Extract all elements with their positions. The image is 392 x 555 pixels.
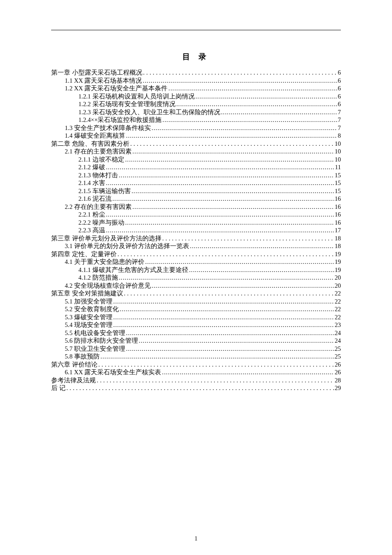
- toc-entry-label: 2.1.5 车辆运输伤害: [78, 188, 131, 194]
- toc-entry: 4.1.2 防范措施..............................…: [51, 275, 341, 281]
- toc-leader-dots: ........................................…: [132, 188, 334, 194]
- header-rule: [51, 30, 341, 30]
- toc-leader-dots: ........................................…: [133, 148, 334, 155]
- toc-entry: 5.1 加强安全管理..............................…: [51, 298, 341, 305]
- toc-entry-page: 7: [338, 109, 341, 116]
- toc-entry-label: 5.2 安全教育制度化: [65, 306, 119, 312]
- toc-leader-dots: ........................................…: [124, 290, 334, 297]
- toc-leader-dots: ........................................…: [133, 204, 334, 210]
- toc-entry: 参考法律及法规.................................…: [51, 377, 341, 384]
- toc-entry-page: 22: [335, 314, 341, 321]
- toc-entry: 第五章 安全对策措施建议............................…: [51, 290, 341, 297]
- toc-leader-dots: ........................................…: [113, 314, 334, 321]
- page-number: 1: [0, 535, 392, 542]
- toc-leader-dots: ........................................…: [106, 227, 334, 234]
- toc-entry-page: 7: [338, 117, 341, 123]
- toc-leader-dots: ........................................…: [176, 101, 337, 107]
- toc-leader-dots: ........................................…: [143, 78, 337, 84]
- toc-entry-page: 28: [335, 377, 341, 384]
- toc-leader-dots: ........................................…: [126, 330, 334, 336]
- toc-entry-label: 4.1.2 防范措施: [78, 275, 118, 281]
- toc-entry-page: 15: [335, 172, 341, 179]
- toc-entry: 5.2 安全教育制度化.............................…: [51, 306, 341, 312]
- toc-leader-dots: ........................................…: [118, 251, 334, 257]
- toc-entry: 1.2 XX 露天采石场安全生产基本条件....................…: [51, 85, 341, 92]
- toc-leader-dots: ........................................…: [119, 172, 334, 179]
- toc-entry: 5.4 现场安全管理..............................…: [51, 322, 341, 328]
- toc-entry-page: 6: [338, 101, 341, 107]
- toc-leader-dots: ........................................…: [162, 117, 337, 123]
- toc-entry-label: 5.7 职业卫生安全管理: [65, 346, 125, 352]
- toc-entry-page: 15: [335, 188, 341, 194]
- toc-entry-label: 第六章 评价结论: [51, 361, 98, 368]
- toc-entry-page: 19: [335, 259, 341, 265]
- toc-leader-dots: ........................................…: [101, 353, 334, 360]
- toc-entry: 1.1 XX 露天采石场基本情况........................…: [51, 78, 341, 84]
- toc-leader-dots: ........................................…: [125, 220, 334, 226]
- toc-entry: 1.2.3 采石场安全投入、职业卫生和工伤保险的情况..............…: [51, 109, 341, 116]
- toc-leader-dots: ........................................…: [145, 259, 334, 265]
- toc-leader-dots: ........................................…: [221, 109, 337, 116]
- toc-entry-label: 第五章 安全对策措施建议: [51, 290, 123, 297]
- toc-entry: 后 记.....................................…: [51, 385, 341, 391]
- toc-entry-label: 1.2.4××采石场监控和救援措施: [78, 117, 161, 123]
- toc-entry: 4.1 关于重大安全隐患的评价.........................…: [51, 259, 341, 265]
- toc-entry-label: 2.1.3 物体打击: [78, 172, 118, 179]
- toc-leader-dots: ........................................…: [196, 93, 337, 100]
- toc-leader-dots: ........................................…: [130, 141, 334, 147]
- toc-entry-page: 6: [338, 78, 341, 84]
- toc-entry: 3.1 评价单元的划分及评价方法的选择一览表..................…: [51, 243, 341, 249]
- toc-entry-page: 15: [335, 180, 341, 186]
- toc-entry-page: 10: [335, 148, 341, 155]
- toc-entry-label: 2.1.6 泥石流: [78, 196, 112, 202]
- toc-entry: 2.1.3 物体打击..............................…: [51, 172, 341, 179]
- toc-entry-page: 20: [335, 283, 341, 289]
- toc-entry: 第四章 定性、定量评价.............................…: [51, 251, 341, 257]
- toc-entry: 2.2 存在的主要有害因素...........................…: [51, 204, 341, 210]
- toc-entry-label: 1.3 安全生产技术保障条件核实: [65, 125, 151, 131]
- toc-entry-label: 1.1 XX 露天采石场基本情况: [65, 78, 142, 84]
- toc-entry: 5.3 爆破安全管理..............................…: [51, 314, 341, 321]
- toc-entry: 1.3 安全生产技术保障条件核实........................…: [51, 125, 341, 131]
- toc-entry: 第三章 评价单元划分及评价方法的选择......................…: [51, 235, 341, 242]
- toc-entry: 第六章 评价结论................................…: [51, 361, 341, 368]
- toc-entry-page: 16: [335, 204, 341, 210]
- toc-leader-dots: ........................................…: [113, 298, 334, 305]
- toc-entry: 2.2.1 粉尘................................…: [51, 211, 341, 218]
- toc-entry-page: 19: [335, 251, 341, 257]
- toc-entry: 4.2 安全现场核查综合评价意见........................…: [51, 283, 341, 289]
- toc-entry-label: 2.1 存在的主要危害因素: [65, 148, 132, 155]
- toc-entry-page: 25: [335, 353, 341, 360]
- toc-entry-label: 后 记: [51, 385, 66, 391]
- toc-entry-label: 6.1 XX 露天采石场安全生产核实表: [65, 369, 161, 376]
- toc-entry-page: 22: [335, 290, 341, 297]
- toc-leader-dots: ........................................…: [162, 235, 334, 242]
- toc-entry-label: 3.1 评价单元的划分及评价方法的选择一览表: [65, 243, 189, 249]
- toc-entry: 5.5 机电设备安全管理............................…: [51, 330, 341, 336]
- toc-entry-page: 20: [335, 275, 341, 281]
- toc-entry-page: 18: [335, 243, 341, 249]
- toc-leader-dots: ........................................…: [152, 125, 337, 131]
- toc-entry-page: 19: [335, 267, 341, 273]
- toc-entry-label: 2.2 存在的主要有害因素: [65, 204, 132, 210]
- toc-entry: 1.2.1 采石场机构设置和人员培训上岗情况..................…: [51, 93, 341, 100]
- toc-entry-page: 22: [335, 306, 341, 312]
- toc-entry-label: 5.1 加强安全管理: [65, 298, 112, 305]
- toc-leader-dots: ........................................…: [152, 283, 334, 289]
- toc-leader-dots: ........................................…: [106, 164, 334, 171]
- toc-entry-label: 4.1 关于重大安全隐患的评价: [65, 259, 144, 265]
- toc-leader-dots: ........................................…: [190, 243, 334, 249]
- toc-leader-dots: ........................................…: [168, 85, 337, 92]
- toc-entry-label: 第二章 危险、有害因素分析: [51, 141, 130, 147]
- toc-entry-page: 26: [335, 361, 341, 368]
- toc-entry: 1.2.2 采石场现有安全管理制度情况.....................…: [51, 101, 341, 107]
- toc-leader-dots: ........................................…: [106, 180, 334, 186]
- toc-entry-page: 11: [335, 164, 341, 171]
- toc-entry-label: 第四章 定性、定量评价: [51, 251, 117, 257]
- toc-entry-label: 5.8 事故预防: [65, 353, 100, 360]
- toc-entry: 2.2.2 噪声与振动.............................…: [51, 220, 341, 226]
- toc-entry-label: 参考法律及法规: [51, 377, 96, 384]
- toc-entry-label: 4.2 安全现场核查综合评价意见: [65, 283, 151, 289]
- toc-entry-label: 2.1.4 水害: [78, 180, 105, 186]
- toc-entry-label: 4.1.1 爆破其产生危害的方式及主要途径: [78, 267, 188, 273]
